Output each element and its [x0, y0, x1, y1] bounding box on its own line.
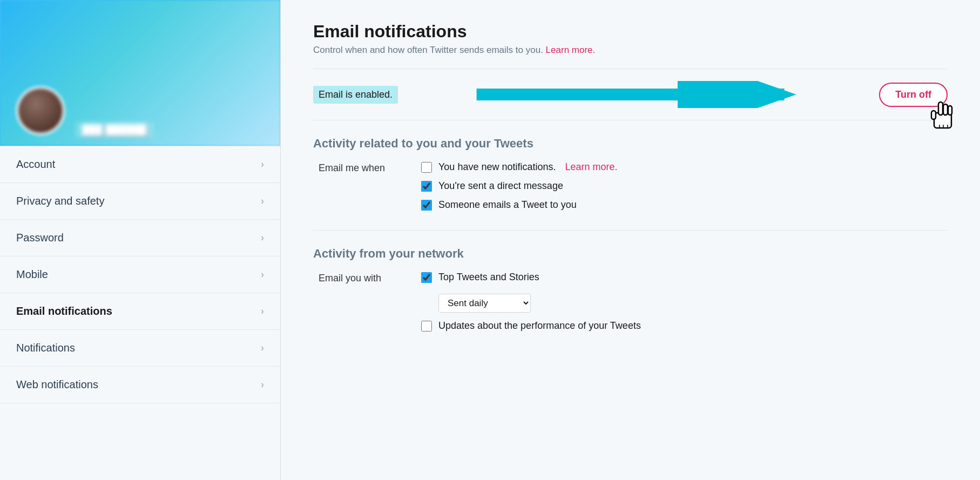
svg-rect-4: [943, 104, 948, 115]
subtitle-text: Control when and how often Twitter sends…: [313, 45, 543, 55]
checkbox-top-tweets-label: Top Tweets and Stories: [438, 272, 539, 283]
email-you-with-label: Email you with: [319, 272, 405, 284]
sidebar-item-account[interactable]: Account ›: [0, 146, 280, 183]
sidebar-item-privacy-safety[interactable]: Privacy and safety ›: [0, 183, 280, 220]
turn-off-wrapper: Turn off: [879, 83, 948, 107]
chevron-icon: ›: [261, 159, 264, 170]
checkbox-direct-message-input[interactable]: [421, 181, 432, 192]
frequency-select[interactable]: Sent daily Sent weekly Sent periodically: [438, 294, 531, 313]
checkbox-direct-message-label: You're sent a direct message: [438, 180, 563, 192]
checkbox-new-notifications-label: You have new notifications.: [438, 161, 556, 173]
checkbox-new-notifications-input[interactable]: [421, 162, 432, 173]
chevron-icon: ›: [261, 379, 264, 390]
checkbox-email-tweet-label: Someone emails a Tweet to you: [438, 199, 577, 211]
checkbox-tweet-performance-input[interactable]: [421, 321, 432, 332]
avatar: [16, 86, 65, 135]
email-status-row: Email is enabled. Turn off: [313, 69, 948, 120]
email-you-with-row: Email you with Top Tweets and Stories Se…: [313, 272, 948, 332]
section-divider: [313, 230, 948, 231]
email-status-text: Email is enabled.: [313, 86, 398, 104]
page-title: Email notifications: [313, 22, 948, 42]
chevron-icon: ›: [261, 269, 264, 280]
activity-you-title: Activity related to you and your Tweets: [313, 137, 948, 151]
activity-you-section: Activity related to you and your Tweets …: [313, 137, 948, 211]
sidebar-item-web-notifications[interactable]: Web notifications ›: [0, 367, 280, 403]
chevron-icon: ›: [261, 342, 264, 354]
learn-more-link-top[interactable]: Learn more.: [546, 45, 596, 55]
checkbox-email-tweet-input[interactable]: [421, 200, 432, 211]
learn-more-link-notifications[interactable]: Learn more.: [565, 161, 618, 173]
checkbox-new-notifications[interactable]: You have new notifications. Learn more.: [421, 161, 618, 173]
svg-rect-3: [938, 102, 943, 115]
email-me-when-label: Email me when: [319, 161, 405, 174]
checkbox-direct-message[interactable]: You're sent a direct message: [421, 180, 618, 192]
checkbox-top-tweets[interactable]: Top Tweets and Stories: [421, 272, 641, 283]
sidebar-item-web-notifications-label: Web notifications: [16, 378, 98, 391]
page-subtitle: Control when and how often Twitter sends…: [313, 45, 948, 56]
svg-rect-6: [931, 111, 936, 119]
sidebar: ███ ██████ Account › Privacy and safety …: [0, 0, 281, 480]
chevron-icon: ›: [261, 232, 264, 244]
sidebar-item-notifications-label: Notifications: [16, 342, 75, 354]
activity-network-title: Activity from your network: [313, 247, 948, 261]
arrow-annotation: [409, 81, 868, 108]
nav-list: Account › Privacy and safety › Password …: [0, 146, 280, 403]
checkbox-tweet-performance-label: Updates about the performance of your Tw…: [438, 320, 641, 332]
frequency-select-row: Sent daily Sent weekly Sent periodically: [438, 294, 641, 313]
activity-network-checkboxes: Top Tweets and Stories Sent daily Sent w…: [421, 272, 641, 332]
sidebar-item-account-label: Account: [16, 158, 55, 171]
sidebar-item-notifications[interactable]: Notifications ›: [0, 330, 280, 367]
sidebar-item-mobile[interactable]: Mobile ›: [0, 256, 280, 293]
chevron-icon: ›: [261, 195, 264, 207]
sidebar-item-email-notifications[interactable]: Email notifications ›: [0, 293, 280, 330]
sidebar-item-password-label: Password: [16, 232, 64, 244]
main-content: Email notifications Control when and how…: [281, 0, 980, 480]
sidebar-item-mobile-label: Mobile: [16, 268, 48, 281]
avatar-container: [16, 86, 65, 135]
checkbox-email-tweet[interactable]: Someone emails a Tweet to you: [421, 199, 618, 211]
cyan-arrow-icon: [409, 81, 868, 108]
sidebar-item-privacy-safety-label: Privacy and safety: [16, 195, 104, 207]
sidebar-item-email-notifications-label: Email notifications: [16, 305, 112, 317]
profile-banner: ███ ██████: [0, 0, 280, 146]
sidebar-item-password[interactable]: Password ›: [0, 220, 280, 256]
activity-network-section: Activity from your network Email you wit…: [313, 247, 948, 332]
activity-you-checkboxes: You have new notifications. Learn more. …: [421, 161, 618, 211]
svg-rect-5: [948, 106, 952, 115]
email-me-when-row: Email me when You have new notifications…: [313, 161, 948, 211]
checkbox-tweet-performance[interactable]: Updates about the performance of your Tw…: [421, 320, 641, 332]
chevron-icon: ›: [261, 306, 264, 317]
checkbox-top-tweets-input[interactable]: [421, 272, 432, 283]
profile-name: ███ ██████: [76, 122, 153, 138]
cursor-pointer-icon: [929, 98, 958, 137]
